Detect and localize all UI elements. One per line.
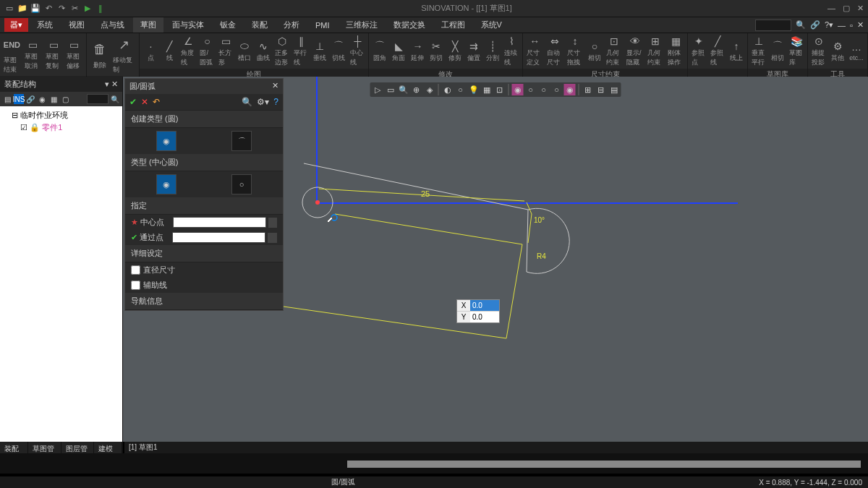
restore-icon[interactable]: ▫ (850, 21, 853, 30)
tool-tangent-2[interactable]: ⌒相切 (770, 40, 785, 63)
qat-redo-icon[interactable]: ↷ (56, 4, 67, 14)
y-input[interactable]: 0.0 (470, 312, 499, 322)
tool-trim[interactable]: ╳修剪 (448, 40, 462, 63)
tab-data-exchange[interactable]: 数据交换 (386, 17, 433, 33)
tree-tool-5[interactable]: ▦ (48, 94, 59, 104)
tab-assembly[interactable]: 装配 (244, 17, 275, 33)
prop-center-circle[interactable]: ◉ (156, 174, 176, 194)
close-doc-icon[interactable]: ✕ (857, 20, 864, 30)
panel-menu-icon[interactable]: ▾ ✕ (105, 80, 118, 89)
tool-polygon[interactable]: ⬡正多边形 (275, 35, 289, 67)
tool-geo-constraint[interactable]: ⊡几何约束 (606, 35, 622, 67)
prop-ok-icon[interactable]: ✔ (129, 97, 137, 107)
prop-sect-nav[interactable]: 导航信息 (125, 293, 283, 310)
prop-arc-mode[interactable]: ⌒ (231, 131, 252, 151)
tool-angle-line[interactable]: ∠角度线 (181, 35, 195, 67)
bottab-assembly[interactable]: 装配结构 (0, 442, 28, 453)
tool-geo-constraint-2[interactable]: ⊞几何约束 (647, 35, 663, 67)
tab-3d-annot[interactable]: 三维标注 (339, 17, 385, 33)
app-menu-button[interactable]: 器▾ (4, 18, 28, 32)
qat-new-icon[interactable]: ▭ (4, 4, 14, 14)
prop-construction-check[interactable] (131, 281, 140, 290)
tool-ref-point[interactable]: ✦参照点 (692, 35, 706, 67)
tool-tangent-c[interactable]: ○相切 (587, 40, 602, 63)
tree-tool-1[interactable]: ▤ (2, 94, 12, 104)
tool-show-hide[interactable]: 👁显示/隐藏 (626, 35, 643, 67)
tool-tangent[interactable]: ⌒切线 (331, 40, 346, 63)
prop-through-input[interactable] (172, 232, 265, 243)
tab-face-solid[interactable]: 面与实体 (165, 17, 211, 33)
prop-center-input[interactable] (173, 217, 266, 228)
prop-through-pick[interactable] (268, 233, 277, 243)
qat-play-icon[interactable]: ▶ (82, 4, 93, 14)
x-input[interactable]: 0.0 (470, 300, 499, 311)
tool-rigid[interactable]: ▦刚体操作 (668, 35, 684, 67)
tool-split[interactable]: ┊分割 (485, 40, 500, 63)
bottab-sketch-mgr[interactable]: 草图管理器 (28, 442, 61, 453)
tool-parallel[interactable]: ∥平行线 (294, 35, 308, 67)
tab-system-v[interactable]: 系统V (474, 17, 509, 33)
tool-sketch-offset[interactable]: ▭草图偏移 (67, 38, 83, 71)
tool-dim-define[interactable]: ↔尺寸定义 (527, 35, 542, 67)
tool-point[interactable]: ·点 (143, 40, 158, 63)
tab-drawing[interactable]: 工程图 (434, 17, 472, 33)
help-icon[interactable]: ?▾ (825, 20, 833, 30)
link-icon[interactable]: 🔗 (810, 20, 820, 30)
tool-end[interactable]: END草图结束 (4, 35, 20, 74)
prop-circle-mode[interactable]: ◉ (156, 131, 176, 151)
qat-save-icon[interactable]: 💾 (30, 4, 41, 14)
tool-rectangle[interactable]: ▭长方形 (218, 35, 233, 67)
tab-analyze[interactable]: 分析 (276, 17, 307, 33)
tool-spline[interactable]: ∿曲线 (256, 40, 271, 63)
bottab-layer-mgr[interactable]: 图层管理器 (61, 442, 95, 453)
qat-cut-icon[interactable]: ✂ (69, 4, 80, 14)
tool-delete[interactable]: 🗑删除 (90, 40, 109, 70)
tool-sketch-copy[interactable]: ▭草图复制 (46, 38, 62, 71)
prop-3pt-circle[interactable]: ○ (231, 174, 252, 194)
prop-help-icon[interactable]: ? (273, 97, 278, 107)
close-button[interactable]: ✕ (857, 4, 864, 13)
prop-sect-specify[interactable]: 指定 (125, 197, 283, 215)
minimize-button[interactable]: — (827, 4, 835, 13)
prop-sect-create-type[interactable]: 创建类型 (圆) (125, 111, 283, 128)
tool-offset[interactable]: ⇉偏置 (467, 40, 481, 63)
tool-fillet[interactable]: ⌒圆角 (373, 40, 387, 63)
tab-view[interactable]: 视图 (61, 17, 92, 33)
prop-close-icon[interactable]: ✕ (272, 81, 278, 92)
tool-move-copy[interactable]: ↗移动复制 (113, 35, 136, 74)
tree-search-icon[interactable]: 🔍 (110, 94, 120, 104)
tab-point-line[interactable]: 点与线 (93, 17, 132, 33)
tool-sketch-lib[interactable]: 📚草图库 (789, 35, 804, 67)
tool-dim-drag[interactable]: ↕尺寸拖拽 (567, 35, 583, 67)
qat-pause-icon[interactable]: ‖ (95, 4, 106, 14)
prop-sect-circle-type[interactable]: 类型 (中心圆) (125, 154, 283, 171)
tool-polyline[interactable]: ⌇连续线 (504, 35, 519, 67)
tab-sheetmetal[interactable]: 钣金 (213, 17, 243, 33)
h-scrollbar[interactable] (347, 461, 861, 468)
maximize-button[interactable]: ▢ (843, 4, 850, 13)
tool-on-line[interactable]: ↑线上 (729, 40, 744, 63)
tool-snap-project[interactable]: ⊙捕捉投影 (812, 35, 826, 67)
tree-root[interactable]: ⊟ 临时作业环境 (3, 109, 119, 121)
tool-etc[interactable]: …etc... (849, 40, 864, 61)
prop-diameter-check[interactable] (131, 265, 140, 275)
tree-filter-input[interactable] (87, 94, 109, 104)
tree-child[interactable]: ☑ 🔒 零件1 (3, 121, 119, 134)
tool-perpendicular[interactable]: ⊥垂线 (312, 40, 327, 63)
tab-sketch[interactable]: 草图 (133, 17, 163, 33)
search-icon[interactable]: 🔍 (796, 20, 806, 30)
tree-tool-4[interactable]: ◉ (37, 94, 47, 104)
tool-other[interactable]: ⚙其他 (830, 40, 845, 63)
tool-sketch-cancel[interactable]: ▭草图取消 (25, 38, 41, 71)
prop-cancel-icon[interactable]: ✕ (141, 97, 148, 107)
tab-system[interactable]: 系统 (30, 17, 60, 33)
prop-undo-icon[interactable]: ↶ (153, 97, 160, 107)
tool-circle-arc[interactable]: ○圆/圆弧 (200, 35, 214, 67)
tree-tool-2[interactable]: INS (14, 94, 24, 104)
tool-auto-dim[interactable]: ⇔自动尺寸 (547, 35, 563, 67)
minimize-ribbon-icon[interactable]: — (838, 21, 846, 30)
tool-slot[interactable]: ⬭槽口 (237, 40, 252, 63)
tool-cut[interactable]: ✂剪切 (429, 40, 443, 63)
tool-extend[interactable]: →延伸 (410, 40, 425, 63)
tree-tool-3[interactable]: 🔗 (25, 94, 35, 104)
